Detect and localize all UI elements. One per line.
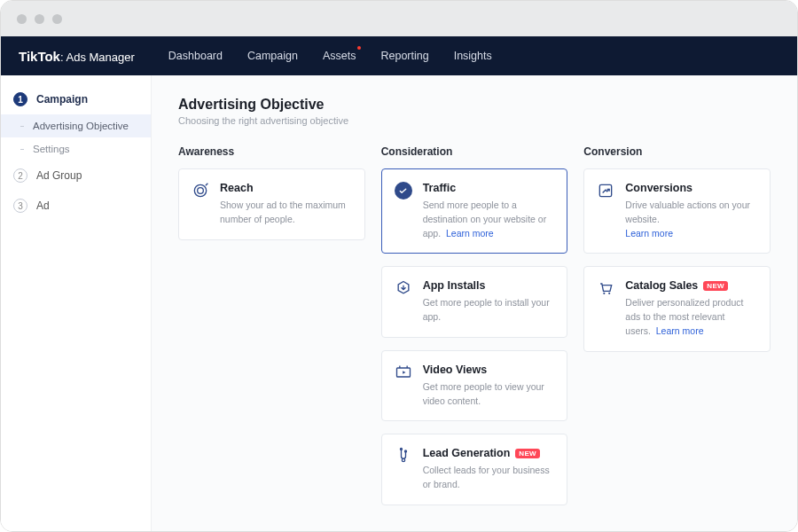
sidebar-step-ad-group[interactable]: 2 Ad Group	[1, 160, 151, 191]
sidebar: 1 Campaign Advertising Objective Setting…	[1, 75, 152, 532]
brand-name: TikTok	[19, 49, 60, 64]
notification-dot-icon	[357, 46, 361, 50]
brand-suffix: : Ads Manager	[60, 51, 135, 64]
learn-more-link[interactable]: Learn more	[625, 228, 673, 239]
window-titlebar	[1, 1, 797, 36]
nav-insights[interactable]: Insights	[454, 50, 492, 62]
card-desc: Collect leads for your business or brand…	[423, 464, 555, 492]
svg-point-1	[198, 188, 204, 194]
svg-point-0	[194, 184, 206, 196]
sidebar-step-ad[interactable]: 3 Ad	[1, 191, 151, 221]
card-desc: Drive valuable actions on your website.L…	[625, 199, 757, 240]
app-installs-icon	[395, 279, 412, 297]
window-dot	[52, 14, 62, 24]
nav-label: Dashboard	[168, 50, 223, 62]
new-badge: NEW	[515, 449, 540, 458]
nav-label: Insights	[454, 50, 492, 62]
sidebar-step-campaign[interactable]: 1 Campaign	[1, 84, 151, 114]
nav-reporting[interactable]: Reporting	[380, 50, 428, 62]
brand-logo[interactable]: TikTok: Ads Manager	[19, 49, 135, 64]
page-subtitle: Choosing the right advertising objective	[178, 115, 771, 126]
card-desc: Show your ad to the maximum number of pe…	[220, 199, 352, 227]
column-conversion: Conversion Conversions Drive valuable ac…	[583, 145, 771, 518]
card-title: Video Views	[423, 364, 488, 376]
card-desc: Deliver personalized product ads to the …	[625, 296, 757, 338]
new-badge: NEW	[703, 281, 728, 291]
catalog-sales-icon	[597, 279, 614, 297]
nav-label: Assets	[323, 50, 356, 62]
lead-generation-icon	[395, 447, 412, 465]
card-title: Lead Generation	[423, 447, 511, 459]
svg-point-8	[608, 293, 610, 294]
app-body: 1 Campaign Advertising Objective Setting…	[1, 75, 797, 532]
window-dot	[17, 14, 27, 24]
learn-more-link[interactable]: Learn more	[446, 228, 494, 239]
card-desc: Get more people to view your video conte…	[423, 380, 555, 409]
step-label: Ad	[36, 200, 50, 212]
step-label: Ad Group	[36, 169, 82, 182]
video-views-icon	[395, 364, 412, 381]
learn-more-link[interactable]: Learn more	[656, 325, 704, 336]
reach-icon	[192, 182, 209, 200]
window-dot	[35, 14, 44, 24]
objective-columns: Awareness Reach Show your ad to the maxi…	[178, 145, 771, 518]
nav-campaign[interactable]: Campaign	[247, 50, 298, 62]
column-heading: Awareness	[178, 145, 365, 158]
column-heading: Conversion	[583, 145, 771, 158]
column-consideration: Consideration Traffic Send more people t…	[381, 145, 568, 518]
svg-point-7	[604, 293, 606, 294]
card-title: Traffic	[423, 182, 457, 194]
card-reach[interactable]: Reach Show your ad to the maximum number…	[178, 168, 365, 240]
selected-check-icon	[395, 182, 412, 200]
page-title: Advertising Objective	[178, 97, 771, 113]
nav-label: Reporting	[380, 50, 428, 62]
card-conversions[interactable]: Conversions Drive valuable actions on yo…	[583, 168, 771, 254]
sidebar-sub-settings[interactable]: Settings	[1, 137, 151, 160]
column-awareness: Awareness Reach Show your ad to the maxi…	[178, 145, 365, 518]
card-title: Catalog Sales	[625, 279, 698, 292]
card-catalog-sales[interactable]: Catalog SalesNEW Deliver personalized pr…	[583, 266, 771, 351]
main-panel: Advertising Objective Choosing the right…	[152, 75, 797, 532]
step-number: 1	[13, 92, 27, 106]
app-window: TikTok: Ads Manager Dashboard Campaign A…	[0, 0, 798, 532]
card-title: App Installs	[423, 279, 486, 292]
column-heading: Consideration	[381, 145, 568, 158]
conversions-icon	[597, 182, 614, 200]
step-label: Campaign	[36, 93, 88, 106]
svg-point-5	[402, 459, 404, 462]
step-number: 2	[13, 168, 27, 183]
sidebar-sub-advertising-objective[interactable]: Advertising Objective	[1, 114, 151, 137]
card-desc: Send more people to a destination on you…	[423, 199, 555, 240]
nav-assets[interactable]: Assets	[323, 50, 356, 62]
nav-dashboard[interactable]: Dashboard	[168, 50, 223, 62]
card-lead-generation[interactable]: Lead GenerationNEW Collect leads for you…	[381, 434, 568, 505]
card-app-installs[interactable]: App Installs Get more people to install …	[381, 266, 568, 338]
card-video-views[interactable]: Video Views Get more people to view your…	[381, 350, 568, 422]
card-title: Conversions	[625, 182, 692, 194]
card-title: Reach	[220, 182, 254, 194]
card-desc: Get more people to install your app.	[423, 296, 555, 325]
nav-label: Campaign	[247, 50, 298, 62]
card-traffic[interactable]: Traffic Send more people to a destinatio…	[381, 168, 568, 254]
top-nav: TikTok: Ads Manager Dashboard Campaign A…	[1, 36, 797, 75]
step-number: 3	[13, 199, 27, 213]
